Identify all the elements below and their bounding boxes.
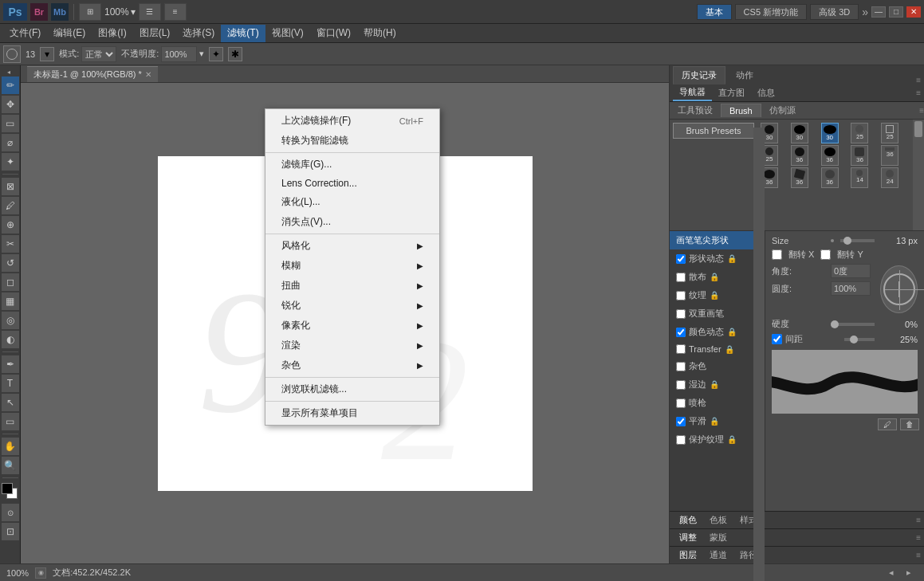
dual-brush-item[interactable]: 双重画笔: [670, 304, 765, 323]
pixelate-item[interactable]: 像素化 ▶: [265, 316, 439, 336]
crop-tool[interactable]: ⊠: [2, 178, 19, 195]
blur-item[interactable]: 模糊 ▶: [265, 256, 439, 276]
menu-edit[interactable]: 编辑(E): [47, 25, 92, 42]
scroll-right-btn[interactable]: ▸: [906, 567, 918, 578]
lasso-tool[interactable]: ⌀: [2, 134, 19, 151]
transfer-item[interactable]: Transfer 🔒: [670, 341, 765, 357]
noise-item[interactable]: 杂色 ▶: [265, 355, 439, 375]
pen-tool[interactable]: ✒: [2, 355, 19, 373]
preset-item[interactable]: 36: [791, 167, 808, 188]
color-dynamics-check[interactable]: [676, 328, 686, 337]
sub-panel-options-icon[interactable]: ≡: [916, 88, 921, 97]
transfer-check[interactable]: [676, 344, 686, 354]
swatches-tab[interactable]: 色板: [703, 512, 733, 528]
close-btn[interactable]: ✕: [906, 6, 921, 18]
brush-delete-btn[interactable]: 🗑: [900, 418, 919, 430]
filter-gallery-item[interactable]: 滤镜库(G)...: [265, 155, 439, 175]
texture-check[interactable]: [676, 291, 686, 300]
preset-item[interactable]: 30: [791, 123, 808, 143]
browse-online-item[interactable]: 浏览联机滤镜...: [265, 379, 439, 399]
actions-tab[interactable]: 动作: [727, 66, 762, 84]
adj-panel-options-icon[interactable]: ≡: [916, 533, 921, 542]
panel-arrow-icon[interactable]: ◂: [7, 69, 14, 75]
fg-color-swatch[interactable]: [2, 483, 13, 494]
wet-edges-check[interactable]: [676, 380, 686, 390]
spacing-slider[interactable]: [844, 338, 875, 341]
brush-tip-shape-item[interactable]: 画笔笔尖形状: [670, 231, 765, 249]
dodge-tool[interactable]: ◐: [2, 331, 19, 348]
opacity-input[interactable]: [161, 46, 197, 62]
text-tool[interactable]: T: [2, 375, 19, 392]
preset-item selected[interactable]: 30: [821, 123, 839, 143]
noise-check[interactable]: [676, 362, 686, 371]
screen-mode-btn[interactable]: ⊡: [2, 523, 19, 540]
preset-item[interactable]: 14: [851, 167, 868, 188]
smart-filter-item[interactable]: 转换为智能滤镜: [265, 131, 439, 151]
sharpen-item[interactable]: 锐化 ▶: [265, 296, 439, 316]
hardness-slider[interactable]: [831, 323, 875, 326]
stamp-tool[interactable]: ✂: [2, 235, 19, 253]
eraser-tool[interactable]: ◻: [2, 273, 19, 291]
history-brush-tool[interactable]: ↺: [2, 254, 19, 272]
tablet-btn[interactable]: ✱: [228, 47, 242, 61]
masks-tab[interactable]: 蒙版: [703, 530, 733, 545]
section-panel-options-icon[interactable]: ≡: [919, 106, 924, 115]
menu-help[interactable]: 帮助(H): [357, 25, 403, 42]
panel-options-icon[interactable]: ≡: [916, 76, 921, 84]
brush-tab[interactable]: Brush: [721, 104, 761, 117]
size-slider[interactable]: [840, 239, 875, 242]
brush-new-btn[interactable]: 🖊: [878, 418, 897, 430]
preset-item[interactable]: 25: [881, 123, 898, 143]
shape-dynamics-check[interactable]: [676, 254, 686, 264]
dual-brush-check[interactable]: [676, 309, 686, 319]
hand-tool[interactable]: ✋: [2, 438, 19, 455]
channels-tab[interactable]: 通道: [703, 548, 733, 563]
presets-scrollbar[interactable]: [757, 128, 765, 230]
layout-icon[interactable]: ⊞: [79, 3, 101, 21]
presets-vscrollbar[interactable]: [913, 120, 924, 230]
mb-logo[interactable]: Mb: [51, 3, 69, 21]
last-filter-item[interactable]: 上次滤镜操作(F) Ctrl+F: [265, 111, 439, 131]
menu-filter[interactable]: 滤镜(T): [221, 25, 265, 42]
scatter-check[interactable]: [676, 273, 686, 282]
menu-image[interactable]: 图像(I): [92, 25, 132, 42]
navigator-tab[interactable]: 导航器: [673, 84, 712, 101]
noise-option-item[interactable]: 杂色: [670, 357, 765, 375]
eyedropper-tool[interactable]: 🖊: [2, 197, 19, 214]
info-tab[interactable]: 信息: [751, 85, 781, 100]
scatter-item[interactable]: 散布 🔒: [670, 268, 765, 286]
brush-presets-btn[interactable]: Brush Presets: [673, 123, 754, 139]
smoothing-check[interactable]: [676, 417, 686, 426]
basic-btn[interactable]: 基本: [697, 4, 732, 20]
airbrush-item[interactable]: 喷枪: [670, 394, 765, 412]
adjustment-tab[interactable]: 调整: [673, 530, 703, 545]
smoothing-item[interactable]: 平滑 🔒: [670, 412, 765, 430]
color-tab[interactable]: 颜色: [673, 512, 703, 528]
path-select-tool[interactable]: ↖: [2, 394, 19, 411]
scroll-left-btn[interactable]: ◂: [889, 567, 900, 578]
close-tab-btn[interactable]: ✕: [145, 70, 151, 79]
color-panel-options-icon[interactable]: ≡: [916, 516, 921, 524]
heal-tool[interactable]: ⊕: [2, 216, 19, 234]
tool-presets-tab[interactable]: 工具预设: [670, 103, 721, 118]
airbrush-btn[interactable]: ✦: [209, 47, 223, 61]
arrange-icon[interactable]: ☰: [139, 3, 161, 21]
zoom-tool[interactable]: 🔍: [2, 457, 19, 474]
layers-tab[interactable]: 图层: [673, 548, 703, 563]
protect-texture-check[interactable]: [676, 435, 686, 445]
mode-select[interactable]: 正常: [81, 46, 116, 62]
histogram-tab[interactable]: 直方图: [712, 85, 751, 100]
menu-window[interactable]: 窗口(W): [310, 25, 357, 42]
quick-mask-btn[interactable]: ⊙: [2, 504, 19, 521]
brush-size-picker[interactable]: [3, 45, 21, 63]
minimize-btn[interactable]: —: [871, 6, 886, 18]
rect-select-tool[interactable]: ▭: [2, 115, 19, 132]
airbrush-check[interactable]: [676, 398, 686, 408]
protect-texture-item[interactable]: 保护纹理 🔒: [670, 430, 765, 449]
color-dynamics-item[interactable]: 颜色动态 🔒: [670, 323, 765, 341]
canvas-tab-item[interactable]: 未标题-1 @ 100%(RGB/8) * ✕: [27, 66, 158, 82]
flip-x-check[interactable]: [772, 249, 782, 260]
maximize-btn[interactable]: □: [889, 6, 903, 18]
distort-item[interactable]: 扭曲 ▶: [265, 276, 439, 296]
layers-panel-options-icon[interactable]: ≡: [916, 551, 921, 559]
